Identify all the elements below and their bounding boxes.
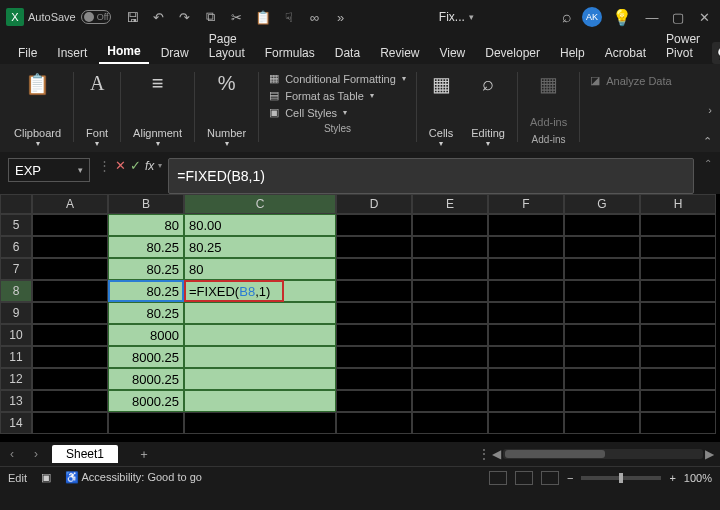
scroll-thumb[interactable]	[505, 450, 605, 458]
cell-blank[interactable]	[564, 258, 640, 280]
select-all-box[interactable]	[0, 194, 32, 214]
ribbon-collapse-icon[interactable]: ⌃	[703, 135, 712, 148]
cell-blank[interactable]	[488, 280, 564, 302]
cell-A11[interactable]	[32, 346, 108, 368]
row-header-7[interactable]: 7	[0, 258, 32, 280]
col-header-G[interactable]: G	[564, 194, 640, 214]
cell-blank[interactable]	[412, 412, 488, 434]
cell-C10[interactable]	[184, 324, 336, 346]
cell-B12[interactable]: 8000.25	[108, 368, 184, 390]
cut-icon[interactable]: ✂	[227, 10, 247, 25]
col-header-C[interactable]: C	[184, 194, 336, 214]
cell-blank[interactable]	[412, 390, 488, 412]
cell-blank[interactable]	[412, 214, 488, 236]
cell-C7[interactable]: 80	[184, 258, 336, 280]
cell-blank[interactable]	[564, 280, 640, 302]
sheet-tab-sheet1[interactable]: Sheet1	[52, 445, 118, 463]
cell-blank[interactable]	[412, 324, 488, 346]
cell-B11[interactable]: 8000.25	[108, 346, 184, 368]
formula-expand-icon[interactable]: ⌃	[704, 158, 712, 169]
cell-B5[interactable]: 80	[108, 214, 184, 236]
row-header-5[interactable]: 5	[0, 214, 32, 236]
normal-view-icon[interactable]	[489, 471, 507, 485]
more-icon[interactable]: »	[331, 10, 351, 25]
zoom-slider[interactable]	[581, 476, 661, 480]
tab-home[interactable]: Home	[99, 40, 148, 64]
tab-formulas[interactable]: Formulas	[257, 42, 323, 64]
lightbulb-icon[interactable]: 💡	[612, 8, 632, 27]
cell-B9[interactable]: 80.25	[108, 302, 184, 324]
cell-A13[interactable]	[32, 390, 108, 412]
cell-blank[interactable]	[564, 368, 640, 390]
tab-page-layout[interactable]: Page Layout	[201, 28, 253, 64]
cell-blank[interactable]	[640, 236, 716, 258]
cell-blank[interactable]	[412, 236, 488, 258]
formula-input[interactable]: =FIXED(B8,1)	[168, 158, 694, 194]
cell-blank[interactable]	[640, 214, 716, 236]
cell-A9[interactable]	[32, 302, 108, 324]
zoom-level[interactable]: 100%	[684, 472, 712, 484]
tab-draw[interactable]: Draw	[153, 42, 197, 64]
cell-blank[interactable]	[336, 390, 412, 412]
cell-blank[interactable]	[640, 346, 716, 368]
zoom-thumb[interactable]	[619, 473, 623, 483]
cell-blank[interactable]	[336, 236, 412, 258]
link-icon[interactable]: ∞	[305, 10, 325, 25]
cell-B14[interactable]	[108, 412, 184, 434]
cell-A6[interactable]	[32, 236, 108, 258]
comments-button[interactable]: 💬	[712, 42, 720, 64]
page-layout-view-icon[interactable]	[515, 471, 533, 485]
tab-power-pivot[interactable]: Power Pivot	[658, 28, 708, 64]
cell-A7[interactable]	[32, 258, 108, 280]
cell-C6[interactable]: 80.25	[184, 236, 336, 258]
format-as-table-button[interactable]: ▤Format as Table ▾	[269, 89, 406, 102]
cell-blank[interactable]	[564, 302, 640, 324]
row-header-6[interactable]: 6	[0, 236, 32, 258]
col-header-D[interactable]: D	[336, 194, 412, 214]
cell-blank[interactable]	[336, 258, 412, 280]
alignment-group[interactable]: ≡ Alignment ▾	[127, 68, 188, 148]
col-header-H[interactable]: H	[640, 194, 716, 214]
name-box[interactable]: EXP ▾	[8, 158, 90, 182]
analyze-data-button[interactable]: ◪Analyze Data	[590, 74, 671, 87]
cell-blank[interactable]	[564, 412, 640, 434]
cell-blank[interactable]	[488, 390, 564, 412]
cell-blank[interactable]	[488, 258, 564, 280]
cell-C14[interactable]	[184, 412, 336, 434]
cell-blank[interactable]	[564, 324, 640, 346]
cell-C11[interactable]	[184, 346, 336, 368]
cell-blank[interactable]	[564, 214, 640, 236]
tab-review[interactable]: Review	[372, 42, 427, 64]
minimize-icon[interactable]: —	[642, 10, 662, 25]
page-break-view-icon[interactable]	[541, 471, 559, 485]
cell-blank[interactable]	[336, 346, 412, 368]
enter-icon[interactable]: ✓	[130, 158, 141, 173]
col-header-A[interactable]: A	[32, 194, 108, 214]
cell-B10[interactable]: 8000	[108, 324, 184, 346]
cell-blank[interactable]	[336, 280, 412, 302]
spreadsheet-grid[interactable]: A B C D E F G H 58080.00680.2580.25780.2…	[0, 194, 720, 442]
redo-icon[interactable]: ↷	[175, 10, 195, 25]
cell-C13[interactable]	[184, 390, 336, 412]
tab-acrobat[interactable]: Acrobat	[597, 42, 654, 64]
cell-blank[interactable]	[564, 236, 640, 258]
tab-view[interactable]: View	[431, 42, 473, 64]
cell-blank[interactable]	[640, 368, 716, 390]
zoom-out-icon[interactable]: −	[567, 472, 573, 484]
cell-A8[interactable]	[32, 280, 108, 302]
paste-icon[interactable]: 📋	[253, 10, 273, 25]
cell-blank[interactable]	[640, 280, 716, 302]
cell-blank[interactable]	[488, 412, 564, 434]
addins-button[interactable]: ▦ Add-ins	[524, 68, 573, 128]
autosave-toggle[interactable]: AutoSave Off	[28, 10, 111, 24]
cell-C9[interactable]	[184, 302, 336, 324]
tab-insert[interactable]: Insert	[49, 42, 95, 64]
cell-C12[interactable]	[184, 368, 336, 390]
cell-A10[interactable]	[32, 324, 108, 346]
cell-B8[interactable]: 80.25	[108, 280, 184, 302]
cell-A12[interactable]	[32, 368, 108, 390]
cell-blank[interactable]	[412, 346, 488, 368]
horizontal-scrollbar[interactable]: ⋮ ◀ ▶	[478, 447, 714, 461]
maximize-icon[interactable]: ▢	[668, 10, 688, 25]
scroll-right-icon[interactable]: ▶	[705, 447, 714, 461]
